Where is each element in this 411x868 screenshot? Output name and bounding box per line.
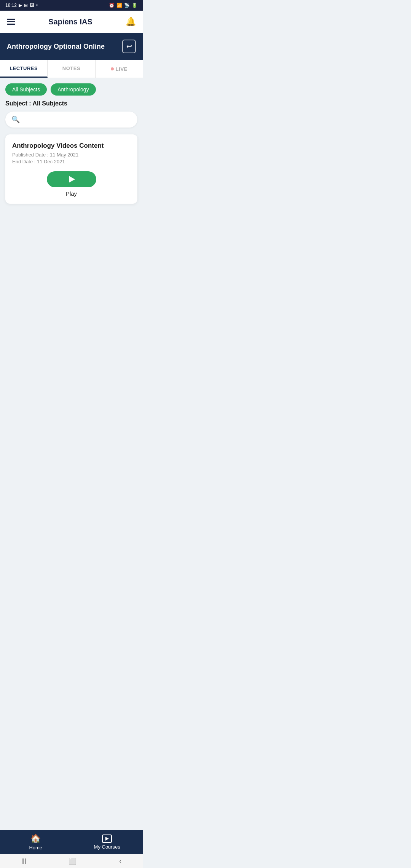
tab-notes[interactable]: NOTES: [48, 60, 95, 78]
wifi-icon: 📶: [116, 3, 122, 8]
search-input[interactable]: [24, 116, 131, 123]
app-title: Sapiens IAS: [48, 18, 92, 26]
course-title: Anthropology Optional Online: [7, 43, 118, 51]
card-title: Anthropology Videos Content: [12, 142, 131, 150]
signal-icon: 📡: [124, 3, 130, 8]
back-button[interactable]: ↩: [122, 40, 136, 53]
dot-status-icon: •: [36, 3, 38, 8]
filter-chips: All Subjects Anthropology: [5, 83, 137, 96]
play-status-icon: ▶: [19, 3, 22, 8]
tab-live[interactable]: LIVE: [96, 60, 143, 78]
status-bar: 18:12 ▶ ⊞ 🖼 • ⏰ 📶 📡 🔋: [0, 0, 143, 11]
search-bar: 🔍: [5, 112, 137, 128]
grid-status-icon: ⊞: [24, 3, 28, 8]
subject-label: Subject : All Subjects: [5, 100, 137, 107]
filter-chip-all-subjects[interactable]: All Subjects: [5, 83, 47, 96]
play-button-container: Play: [12, 171, 131, 197]
tabs-container: LECTURES NOTES LIVE: [0, 60, 143, 78]
play-label: Play: [66, 190, 77, 197]
end-date: End Date : 11 Dec 2021: [12, 159, 131, 164]
hamburger-menu-button[interactable]: [7, 19, 15, 25]
notification-bell-icon[interactable]: 🔔: [126, 17, 136, 27]
play-button[interactable]: [47, 171, 96, 187]
status-time: 18:12: [5, 3, 17, 8]
live-dot-icon: [111, 67, 114, 70]
search-icon: 🔍: [11, 115, 20, 124]
course-header-banner: Anthropology Optional Online ↩: [0, 33, 143, 60]
filter-chip-anthropology[interactable]: Anthropology: [51, 83, 96, 96]
play-triangle-icon: [69, 176, 75, 183]
content-card: Anthropology Videos Content Published Da…: [5, 134, 137, 204]
main-content: All Subjects Anthropology Subject : All …: [0, 78, 143, 252]
status-right: ⏰ 📶 📡 🔋: [109, 3, 137, 8]
status-left: 18:12 ▶ ⊞ 🖼 •: [5, 3, 38, 8]
tab-lectures[interactable]: LECTURES: [0, 60, 48, 78]
battery-icon: 🔋: [132, 3, 137, 8]
image-status-icon: 🖼: [30, 3, 34, 8]
top-nav: Sapiens IAS 🔔: [0, 11, 143, 33]
alarm-icon: ⏰: [109, 3, 115, 8]
published-date: Published Date : 11 May 2021: [12, 152, 131, 158]
